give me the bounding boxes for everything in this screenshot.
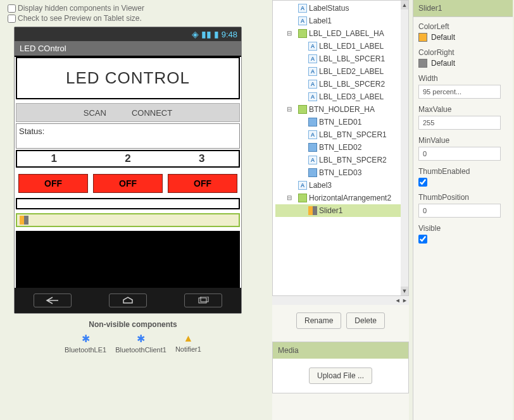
tree-item-label: LBL_LED1_LABEL (319, 42, 384, 51)
scroll-up-icon[interactable]: ▲ (401, 1, 408, 9)
tree-node-lbl_btn_spcer1[interactable]: ALBL_BTN_SPCER1 (275, 128, 408, 141)
tree-node-btn_led03[interactable]: BTN_LED03 (275, 166, 408, 179)
tree-node-labelstatus[interactable]: ALabelStatus (275, 2, 408, 15)
thumbenabled-checkbox[interactable] (418, 178, 427, 187)
tree-node-lbl_btn_spcer2[interactable]: ALBL_BTN_SPCER2 (275, 154, 408, 166)
tree-node-lbl_lbl_spcer2[interactable]: ALBL_LBL_SPCER2 (275, 78, 408, 90)
thumbposition-input[interactable] (418, 204, 501, 218)
tree-node-lbl_led1_label[interactable]: ALBL_LED1_LABEL (275, 40, 408, 52)
tree-node-btn_led02[interactable]: BTN_LED02 (275, 141, 408, 154)
scan-connect-row: SCAN CONNECT (16, 103, 240, 122)
tree-item-label: BTN_LED03 (319, 168, 361, 177)
signal-icon: ▮▮ (201, 29, 211, 39)
tree-node-label1[interactable]: ALabel1 (275, 15, 408, 27)
off-buttons-row: OFF OFF OFF (16, 171, 240, 195)
lbl-1[interactable]: 1 (17, 151, 91, 166)
tree-item-label: BTN_LED02 (319, 143, 361, 152)
scroll-down-icon[interactable]: ▼ (401, 287, 408, 295)
colorleft-value[interactable]: Default (418, 33, 508, 42)
phone-statusbar: ◈ ▮▮ ▮ 9:48 (15, 27, 241, 41)
led-labels-row[interactable]: 1 2 3 (16, 150, 240, 168)
nonvisible-row: ✱ BluetoothLE1 ✱ BluetoothClient1 ▲ Noti… (8, 333, 258, 354)
display-hidden-label: Display hidden components in Viewer (18, 4, 144, 13)
prop-thumbenabled: ThumbEnabled (418, 167, 508, 187)
collapse-icon[interactable]: ⊟ (287, 194, 292, 201)
upload-file-button[interactable]: Upload File ... (309, 368, 372, 384)
back-icon (34, 293, 72, 307)
maxvalue-input[interactable] (418, 116, 501, 130)
delete-button[interactable]: Delete (346, 312, 385, 329)
maxvalue-label: MaxValue (418, 105, 508, 114)
media-header: Media (273, 342, 408, 359)
off-button-2[interactable]: OFF (93, 174, 163, 193)
colorright-label: ColorRight (418, 48, 508, 57)
home-icon (109, 293, 147, 307)
status-label[interactable]: Status: (16, 123, 240, 149)
recent-icon (184, 293, 222, 307)
svg-rect-0 (199, 298, 206, 303)
tree-item-label: BTN_LED01 (319, 118, 361, 127)
tree-item-label: Label1 (309, 16, 332, 25)
tree-node-lbl_led_label_ha[interactable]: ⊟LBL_LED_LABEL_HA (275, 27, 408, 40)
tree-node-lbl_lbl_spcer1[interactable]: ALBL_LBL_SPCER1 (275, 52, 408, 65)
app-titlebar: LED COntrol (15, 41, 241, 56)
label3-spacer[interactable] (16, 198, 240, 209)
tree-item-label: LBL_LBL_SPCER1 (319, 54, 385, 63)
nonvis-bluetoothclient[interactable]: ✱ BluetoothClient1 (115, 333, 166, 354)
minvalue-input[interactable] (418, 147, 501, 161)
colorright-value[interactable]: Default (418, 59, 508, 68)
off-button-1[interactable]: OFF (18, 174, 88, 193)
lbl-2[interactable]: 2 (91, 151, 165, 166)
nonvis-notifier[interactable]: ▲ Notifier1 (175, 333, 201, 354)
tree-node-btn_holder_ha[interactable]: ⊟BTN_HOLDER_HA (275, 103, 408, 116)
battery-icon: ▮ (214, 29, 219, 39)
media-panel: Media Upload File ... (272, 342, 409, 393)
tree-item-label: LBL_BTN_SPCER2 (319, 156, 387, 164)
tree-node-lbl_led3_label[interactable]: ALBL_LED3_LABEL (275, 90, 408, 103)
tree-node-btn_led01[interactable]: BTN_LED01 (275, 116, 408, 128)
scan-button[interactable]: SCAN (77, 106, 113, 120)
tree-scrollbar-h[interactable]: ◄ ► (272, 296, 409, 305)
color-swatch-gray (418, 59, 427, 68)
prop-thumbposition: ThumbPosition (418, 193, 508, 218)
wifi-icon: ◈ (192, 29, 199, 39)
nonvisible-header: Non-visible components (8, 320, 258, 329)
thumbenabled-label: ThumbEnabled (418, 167, 508, 176)
display-hidden-checkbox[interactable] (8, 4, 16, 13)
collapse-icon[interactable]: ⊟ (287, 30, 292, 37)
prop-colorleft: ColorLeft Default (418, 22, 508, 42)
slider1[interactable] (16, 213, 240, 227)
slider-thumb-icon (20, 216, 28, 225)
prop-maxvalue: MaxValue (418, 105, 508, 130)
tree-item-label: LBL_LBL_SPCER2 (319, 80, 385, 89)
viewer-panel: Display hidden components in Viewer Chec… (0, 0, 266, 420)
tablet-preview-checkbox[interactable] (8, 15, 16, 23)
visible-checkbox[interactable] (418, 235, 427, 244)
tablet-preview-label: Check to see Preview on Tablet size. (18, 14, 142, 23)
bluetooth-icon: ✱ (115, 333, 166, 345)
off-button-3[interactable]: OFF (168, 174, 237, 193)
lbl-3[interactable]: 3 (165, 151, 239, 166)
tree-node-slider1[interactable]: Slider1 (275, 204, 408, 217)
color-swatch-orange (418, 33, 427, 42)
tree-node-lbl_led2_label[interactable]: ALBL_LED2_LABEL (275, 65, 408, 78)
tree-node-label3[interactable]: ALabel3 (275, 179, 408, 192)
component-tree[interactable]: ALabelStatusALabel1⊟LBL_LED_LABEL_HAALBL… (272, 0, 409, 296)
width-input[interactable] (418, 85, 501, 99)
colorleft-text: Default (431, 33, 455, 42)
collapse-icon[interactable]: ⊟ (287, 106, 292, 113)
rename-button[interactable]: Rename (296, 312, 341, 329)
warning-icon: ▲ (175, 333, 201, 344)
tree-item-label: HorizontalArrangement2 (309, 194, 391, 202)
tree-item-label: LBL_LED2_LABEL (319, 67, 384, 76)
nonvis-bluetoothle[interactable]: ✱ BluetoothLE1 (65, 333, 106, 354)
connect-button[interactable]: CONNECT (125, 106, 179, 120)
tree-item-label: LBL_LED_LABEL_HA (309, 29, 384, 38)
tree-scrollbar-v[interactable]: ▲ ▼ (401, 1, 408, 295)
components-panel: ALabelStatusALabel1⊟LBL_LED_LABEL_HAALBL… (272, 0, 409, 420)
svg-rect-1 (201, 297, 208, 302)
android-nav-bar (15, 288, 241, 313)
heading-label[interactable]: LED CONTROL (16, 57, 240, 99)
tree-node-horizontalarrangement2[interactable]: ⊟HorizontalArrangement2 (275, 192, 408, 204)
bluetooth-icon: ✱ (65, 333, 106, 345)
